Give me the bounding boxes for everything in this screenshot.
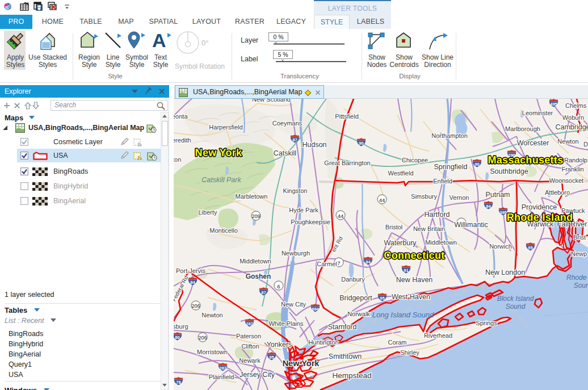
svg-text:Port Jervis: Port Jervis [176,267,205,274]
svg-text:Newark: Newark [239,357,261,364]
svg-text:Rhode Island: Rhode Island [507,212,573,223]
svg-text:Clifton: Clifton [241,343,259,350]
svg-text:Marbletown: Marbletown [236,193,268,200]
svg-text:Chelms: Chelms [565,102,587,109]
svg-text:44: 44 [379,197,385,203]
svg-text:Leominster: Leominster [522,110,553,116]
svg-text:Kingston: Kingston [283,187,308,194]
svg-text:Springs: Springs [476,320,497,326]
svg-text:44: 44 [338,213,344,219]
svg-text:Brist: Brist [573,234,586,241]
svg-text:84: 84 [190,280,195,285]
svg-text:eonta: eonta [174,113,188,120]
svg-text:Great Barrington: Great Barrington [324,160,370,166]
svg-text:Connecticut: Connecticut [384,250,444,261]
svg-text:Middletown: Middletown [240,258,271,265]
svg-text:90: 90 [474,162,479,167]
svg-text:New Haven: New Haven [396,276,433,284]
svg-text:Northampton: Northampton [431,132,468,139]
svg-text:sburg: sburg [174,323,188,330]
svg-text:Newton: Newton [201,312,222,318]
svg-text:0°: 0° [201,39,208,47]
svg-text:95: 95 [528,245,532,250]
svg-text:84: 84 [486,204,491,209]
svg-text:Middletown: Middletown [425,239,457,246]
svg-text:Block Island: Block Island [497,295,534,303]
svg-text:80: 80 [175,335,179,340]
svg-text:Franklin: Franklin [561,166,583,173]
svg-text:395: 395 [499,210,507,215]
svg-text:Hudson: Hudson [302,141,326,149]
svg-text:Morristown: Morristown [197,349,228,355]
svg-text:78: 78 [176,380,180,385]
svg-text:Liberty: Liberty [198,209,217,216]
svg-text:287: 287 [219,366,226,371]
svg-text:Paterson: Paterson [236,333,261,339]
svg-text:Harpersfield: Harpersfield [209,124,242,131]
svg-text:New York: New York [195,147,242,158]
svg-text:Newton: Newton [557,138,578,145]
svg-text:Willimantic: Willimantic [454,221,488,229]
svg-text:95: 95 [380,296,384,301]
svg-text:Marlborough: Marlborough [505,125,540,132]
svg-text:Cambridge: Cambridge [555,123,588,131]
svg-text:95: 95 [269,355,274,360]
svg-text:Long Island Sound: Long Island Sound [372,311,434,319]
svg-text:Jersey City: Jersey City [240,371,275,379]
svg-text:Goshen: Goshen [246,272,271,280]
svg-text:Bristol: Bristol [385,224,403,230]
svg-text:New Britain: New Britain [413,225,445,232]
svg-text:New Scotland: New Scotland [252,99,291,103]
svg-text:Yonkers: Yonkers [267,341,292,349]
svg-text:Southbridge: Southbridge [490,167,528,175]
svg-text:91: 91 [404,268,408,273]
svg-text:Pittsfield: Pittsfield [335,113,359,120]
svg-text:West Haven: West Haven [392,293,430,301]
svg-text:Coeymans: Coeymans [272,120,303,127]
svg-text:87: 87 [292,137,297,142]
svg-text:Worcester: Worcester [517,139,549,147]
svg-text:Springfield: Springfield [434,163,467,171]
svg-text:Poughkeepsie: Poughkeepsie [291,219,330,225]
svg-text:ton: ton [174,156,181,163]
svg-text:206: 206 [198,335,207,341]
svg-text:Catskill Park: Catskill Park [201,176,241,184]
svg-text:Coram: Coram [388,339,406,346]
svg-text:6: 6 [277,283,280,290]
svg-text:495: 495 [550,102,557,107]
svg-text:Plainfield: Plainfield [209,374,234,380]
svg-text:Catskill: Catskill [274,149,296,157]
svg-text:Hartford: Hartford [424,211,450,219]
svg-text:Westfield: Westfield [388,170,413,177]
svg-text:Hyde Park: Hyde Park [289,207,318,213]
svg-text:209: 209 [251,213,260,219]
svg-text:New City: New City [281,301,306,308]
svg-text:Norwalk: Norwalk [347,311,370,317]
svg-text:Simsbury: Simsbury [411,193,437,200]
svg-text:Randolp: Randolp [564,157,587,163]
svg-text:Rhode Is: Rhode Is [566,274,588,282]
svg-text:Sound: Sound [574,282,588,290]
svg-text:Hempstead: Hempstead [332,371,371,380]
svg-text:Shirley: Shirley [400,349,419,356]
svg-text:Riverhead: Riverhead [424,332,452,339]
svg-text:206: 206 [191,303,200,309]
svg-text:Huntington: Huntington [308,339,338,346]
svg-text:Woburn: Woburn [562,114,584,121]
svg-text:7: 7 [337,260,340,266]
svg-text:Stamford: Stamford [328,323,357,331]
svg-text:Norwich: Norwich [489,243,512,250]
svg-text:Bridgeport: Bridgeport [339,294,372,302]
svg-text:Chicopee: Chicopee [402,157,428,163]
svg-text:Providence: Providence [522,203,557,211]
svg-text:Newburgh: Newburgh [282,250,310,257]
svg-text:Putnam: Putnam [485,191,510,199]
svg-text:Woonsocket: Woonsocket [549,177,583,184]
svg-text:Waterbury: Waterbury [384,239,417,247]
svg-text:84: 84 [366,259,371,265]
svg-text:Attleboro: Attleboro [545,189,570,196]
svg-text:White Plains: White Plains [268,320,304,327]
svg-text:New London: New London [485,269,525,276]
svg-text:Monticello: Monticello [209,227,238,234]
svg-text:Newp: Newp [571,250,587,257]
